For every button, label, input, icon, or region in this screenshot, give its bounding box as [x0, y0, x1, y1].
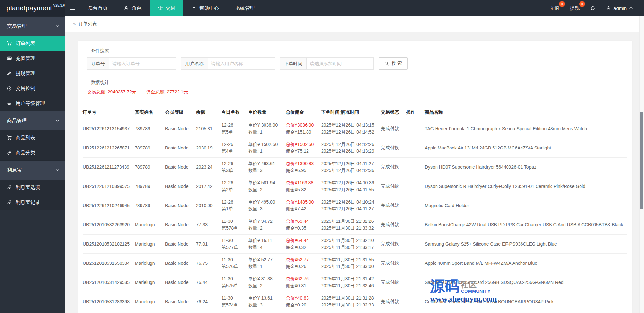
filter-input[interactable]	[109, 57, 176, 70]
cell-status: 完成付款	[381, 235, 406, 254]
total-price: 总价¥3036.00	[286, 122, 319, 129]
sidebar-item[interactable]: 利息宝选项	[0, 180, 65, 195]
sidebar-group-header[interactable]: 商品管理	[0, 111, 65, 130]
user-icon	[124, 6, 129, 11]
member-level: Basic Node	[165, 184, 193, 189]
real-name: 789789	[135, 126, 163, 131]
cell-order-no: UB2512010531429535	[83, 273, 135, 292]
recharge-button[interactable]: 充值 0	[544, 0, 565, 16]
balance: 2030.19	[196, 145, 219, 150]
cell-actions	[406, 311, 425, 313]
sidebar-item[interactable]: 用户等级管理	[0, 96, 65, 111]
order-no: UB2512261212265871	[83, 145, 132, 150]
refresh-button[interactable]	[585, 0, 601, 16]
scrollbar-thumb[interactable]	[640, 112, 643, 209]
sidebar-item-label: 订单列表	[16, 40, 35, 47]
cell-total-comm: 总价¥1485.00佣金¥7.42	[286, 196, 321, 215]
table-row: UB2512010532102125MarielugnBasic Node77.…	[83, 235, 627, 254]
sidebar-item[interactable]: 充值管理	[0, 51, 65, 66]
cell-member-level: Basic Node	[165, 273, 196, 292]
nav-item-home[interactable]: 后台首页	[80, 0, 116, 16]
sidebar-item[interactable]: 商品列表	[0, 130, 65, 145]
cell-total-comm: 总价¥50.00	[286, 311, 321, 313]
nav-item-label: 后台首页	[88, 5, 107, 11]
product-name: Magnetic Card Holder	[425, 203, 625, 208]
order-no: UB2512010531429535	[83, 280, 132, 285]
unfreeze-time: 2025年12月26日 04:13:29	[321, 148, 378, 155]
unit-price: 单价¥ 34.72	[248, 218, 283, 225]
search-button[interactable]: 搜 索	[379, 57, 408, 70]
cell-member-level: Basic Node	[165, 177, 196, 196]
status-label: 完成付款	[381, 260, 404, 266]
chevron-down-icon	[55, 24, 60, 28]
sidebar-item[interactable]: 交易控制	[0, 81, 65, 96]
balance: 76.75	[196, 261, 219, 266]
order-date: 12-26	[222, 122, 246, 129]
sidebar-group-header[interactable]: 利息宝	[0, 160, 65, 180]
cell-order-no: UB2512261210246945	[83, 196, 135, 215]
cell-member-level: Basic Node	[165, 138, 196, 158]
sidebar-group-header[interactable]: 交易管理	[0, 16, 65, 36]
sidebar-item[interactable]: 利息宝记录	[0, 195, 65, 210]
cell-order-no: UB2512261210399575	[83, 177, 135, 196]
nav-item-role[interactable]: 角色	[116, 0, 150, 16]
nav-item-help[interactable]: 帮助中心	[183, 0, 227, 16]
content-area: 条件搜索 订单号用户名称下单时间搜 索 数据统计 交易总额: 2940357.7…	[65, 32, 644, 313]
recharge-label: 充值	[550, 5, 559, 11]
commission: 佣金¥5.82	[286, 186, 319, 193]
cell-today-orders: 11-30第576单	[222, 254, 248, 273]
vertical-scrollbar[interactable]	[639, 16, 644, 313]
unit-price: 单价¥ 3036.00	[248, 122, 283, 129]
unit-price: 单价¥ 581.94	[248, 179, 283, 186]
commission: 佣金¥0.26	[286, 263, 319, 270]
withdraw-button[interactable]: 提现 0	[565, 0, 585, 16]
product-name: Dyson Supersonic R Hairdryer Curly+Coily…	[425, 184, 625, 189]
cell-total-comm: 总价¥1390.83佣金¥6.95	[286, 158, 321, 177]
sidebar-item[interactable]: 订单列表	[0, 36, 65, 51]
cell-real-name: Marielugn	[135, 273, 165, 292]
cell-price-qty: 单价¥ 13.61数量: 3	[248, 292, 286, 311]
cell-real-name: Marielugn	[135, 292, 165, 311]
sidebar-toggle-button[interactable]	[65, 0, 80, 16]
main-area: » 订单列表 条件搜索 订单号用户名称下单时间搜 索 数据统计 交易总额: 29…	[65, 16, 644, 313]
filter-input[interactable]	[208, 57, 275, 70]
table-row: UB2512010532263920MarielugnBasic Node77.…	[83, 215, 627, 235]
order-time: 2025年12月26日 04:13:15	[321, 122, 378, 129]
total-commission-amount: 佣金总额: 27722.1元	[146, 89, 188, 95]
refresh-icon	[590, 6, 595, 11]
cell-member-level: Basic Node	[165, 254, 196, 273]
cell-total-comm: 总价¥3036.00佣金¥151.80	[286, 119, 321, 138]
table-row: UB2512261212265871789789Basic Node2030.1…	[83, 138, 627, 158]
cell-member-level: Basic Node	[165, 215, 196, 235]
cell-member-level: Basic Node	[165, 158, 196, 177]
total-price: 总价¥1163.88	[286, 179, 319, 186]
column-header: 真实姓名	[135, 106, 165, 119]
cell-product: Magnetic Card Holder	[425, 196, 627, 215]
cell-total-comm: 总价¥69.44佣金¥0.35	[286, 215, 321, 235]
total-price: 总价¥62.76	[286, 276, 319, 282]
unfreeze-time: 2025年11月30日 21:33:00	[321, 263, 378, 270]
cell-balance: 77.01	[196, 235, 222, 254]
user-menu[interactable]: admin	[601, 0, 638, 16]
unit-price: 单价¥ 1502.50	[248, 141, 283, 148]
unfreeze-time: 2025年12月26日 04:11:27	[321, 206, 378, 212]
app-logo-text: planetpayment	[7, 4, 52, 12]
nav-item-system[interactable]: 系统管理	[227, 0, 263, 16]
sidebar-item[interactable]: 提现管理	[0, 66, 65, 81]
order-no: UB2512261213154937	[83, 126, 132, 131]
balance: 76.44	[196, 280, 219, 285]
member-level: Basic Node	[165, 280, 193, 285]
order-no: UB2512261210246945	[83, 203, 132, 208]
unfreeze-time: 2025年12月26日 04:14:52	[321, 129, 378, 135]
cell-real-name: 789789	[135, 196, 165, 215]
stats-panel-legend: 数据统计	[88, 80, 112, 86]
cell-status: 完成付款	[381, 292, 406, 311]
cell-total-comm: 总价¥62.76佣金¥0.31	[286, 273, 321, 292]
chevron-up-icon	[629, 6, 633, 10]
order-time: 2025年11月30日 21:31:55	[321, 256, 378, 263]
cell-status: 完成付款	[381, 119, 406, 138]
sidebar-item[interactable]: 商品分类	[0, 145, 65, 160]
nav-item-trade[interactable]: 交易	[150, 0, 183, 16]
filter-input[interactable]	[306, 57, 374, 70]
order-seq: 第578单	[222, 225, 246, 232]
